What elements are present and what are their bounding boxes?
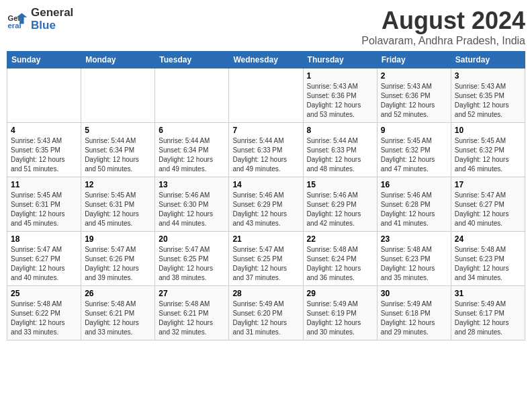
logo-blue: Blue: [31, 19, 56, 32]
day-number: 1: [307, 71, 373, 81]
header: Gen eral General Blue August 2024 Polava…: [7, 7, 525, 47]
weekday-header: Sunday: [7, 52, 81, 68]
day-info: Sunrise: 5:45 AM Sunset: 6:31 PM Dayligh…: [11, 191, 77, 228]
day-number: 7: [232, 126, 299, 135]
day-number: 21: [232, 234, 299, 244]
day-info: Sunrise: 5:49 AM Sunset: 6:19 PM Dayligh…: [307, 300, 373, 337]
calendar-cell: 31Sunrise: 5:49 AM Sunset: 6:17 PM Dayli…: [451, 286, 525, 340]
calendar-cell: 9Sunrise: 5:45 AM Sunset: 6:32 PM Daylig…: [377, 123, 451, 177]
day-number: 17: [455, 180, 521, 189]
page-subtitle: Polavaram, Andhra Pradesh, India: [361, 35, 525, 47]
calendar-cell: 27Sunrise: 5:48 AM Sunset: 6:21 PM Dayli…: [155, 286, 229, 340]
day-info: Sunrise: 5:47 AM Sunset: 6:27 PM Dayligh…: [11, 245, 77, 283]
calendar-cell: 3Sunrise: 5:43 AM Sunset: 6:35 PM Daylig…: [451, 68, 525, 123]
day-info: Sunrise: 5:44 AM Sunset: 6:34 PM Dayligh…: [159, 136, 225, 174]
calendar-cell: 12Sunrise: 5:45 AM Sunset: 6:31 PM Dayli…: [81, 177, 155, 232]
calendar-cell: 17Sunrise: 5:47 AM Sunset: 6:27 PM Dayli…: [451, 177, 525, 232]
day-number: 30: [381, 289, 447, 298]
day-info: Sunrise: 5:47 AM Sunset: 6:25 PM Dayligh…: [232, 245, 299, 283]
day-number: 13: [159, 180, 225, 189]
svg-text:eral: eral: [8, 21, 21, 29]
day-info: Sunrise: 5:46 AM Sunset: 6:28 PM Dayligh…: [381, 191, 447, 228]
calendar-cell: 30Sunrise: 5:49 AM Sunset: 6:18 PM Dayli…: [377, 286, 451, 340]
day-number: 24: [455, 234, 521, 244]
day-number: 28: [232, 289, 299, 298]
calendar-cell: 26Sunrise: 5:48 AM Sunset: 6:21 PM Dayli…: [81, 286, 155, 340]
day-info: Sunrise: 5:45 AM Sunset: 6:32 PM Dayligh…: [381, 136, 447, 174]
calendar-header: SundayMondayTuesdayWednesdayThursdayFrid…: [7, 52, 525, 68]
day-number: 25: [11, 289, 77, 298]
calendar-cell: [229, 68, 303, 123]
calendar-cell: 14Sunrise: 5:46 AM Sunset: 6:29 PM Dayli…: [229, 177, 303, 232]
day-number: 10: [455, 126, 521, 135]
weekday-header: Saturday: [451, 52, 525, 68]
day-number: 5: [85, 126, 151, 135]
day-number: 31: [455, 289, 521, 298]
day-info: Sunrise: 5:45 AM Sunset: 6:31 PM Dayligh…: [85, 191, 151, 228]
calendar-cell: 18Sunrise: 5:47 AM Sunset: 6:27 PM Dayli…: [7, 232, 81, 286]
calendar-cell: 22Sunrise: 5:48 AM Sunset: 6:24 PM Dayli…: [303, 232, 377, 286]
day-number: 12: [85, 180, 151, 189]
day-info: Sunrise: 5:49 AM Sunset: 6:18 PM Dayligh…: [381, 300, 447, 337]
calendar-cell: 8Sunrise: 5:44 AM Sunset: 6:33 PM Daylig…: [303, 123, 377, 177]
calendar-cell: 21Sunrise: 5:47 AM Sunset: 6:25 PM Dayli…: [229, 232, 303, 286]
calendar-cell: 7Sunrise: 5:44 AM Sunset: 6:33 PM Daylig…: [229, 123, 303, 177]
calendar-cell: 6Sunrise: 5:44 AM Sunset: 6:34 PM Daylig…: [155, 123, 229, 177]
day-number: 20: [159, 234, 225, 244]
day-info: Sunrise: 5:44 AM Sunset: 6:33 PM Dayligh…: [307, 136, 373, 174]
day-info: Sunrise: 5:47 AM Sunset: 6:27 PM Dayligh…: [455, 191, 521, 228]
day-number: 4: [11, 126, 77, 135]
calendar-cell: 29Sunrise: 5:49 AM Sunset: 6:19 PM Dayli…: [303, 286, 377, 340]
day-number: 15: [307, 180, 373, 189]
day-info: Sunrise: 5:46 AM Sunset: 6:29 PM Dayligh…: [232, 191, 299, 228]
day-info: Sunrise: 5:47 AM Sunset: 6:26 PM Dayligh…: [85, 245, 151, 283]
logo: Gen eral General Blue: [7, 7, 73, 32]
weekday-header: Tuesday: [155, 52, 229, 68]
weekday-header: Monday: [81, 52, 155, 68]
page-title: August 2024: [361, 7, 525, 35]
calendar-week-row: 25Sunrise: 5:48 AM Sunset: 6:22 PM Dayli…: [7, 286, 525, 340]
day-info: Sunrise: 5:44 AM Sunset: 6:34 PM Dayligh…: [85, 136, 151, 174]
calendar-cell: [155, 68, 229, 123]
day-number: 8: [307, 126, 373, 135]
calendar-cell: 10Sunrise: 5:45 AM Sunset: 6:32 PM Dayli…: [451, 123, 525, 177]
day-number: 23: [381, 234, 447, 244]
day-info: Sunrise: 5:48 AM Sunset: 6:23 PM Dayligh…: [455, 245, 521, 283]
day-info: Sunrise: 5:48 AM Sunset: 6:22 PM Dayligh…: [11, 300, 77, 337]
logo-icon: Gen eral: [7, 9, 28, 30]
day-info: Sunrise: 5:48 AM Sunset: 6:21 PM Dayligh…: [85, 300, 151, 337]
weekday-header-row: SundayMondayTuesdayWednesdayThursdayFrid…: [7, 52, 525, 68]
calendar: SundayMondayTuesdayWednesdayThursdayFrid…: [7, 51, 525, 340]
calendar-cell: 20Sunrise: 5:47 AM Sunset: 6:25 PM Dayli…: [155, 232, 229, 286]
day-info: Sunrise: 5:48 AM Sunset: 6:24 PM Dayligh…: [307, 245, 373, 283]
calendar-cell: 19Sunrise: 5:47 AM Sunset: 6:26 PM Dayli…: [81, 232, 155, 286]
day-number: 6: [159, 126, 225, 135]
calendar-week-row: 11Sunrise: 5:45 AM Sunset: 6:31 PM Dayli…: [7, 177, 525, 232]
day-number: 19: [85, 234, 151, 244]
day-number: 18: [11, 234, 77, 244]
logo-general: General: [31, 6, 73, 19]
calendar-cell: 5Sunrise: 5:44 AM Sunset: 6:34 PM Daylig…: [81, 123, 155, 177]
day-info: Sunrise: 5:43 AM Sunset: 6:36 PM Dayligh…: [307, 82, 373, 120]
day-number: 11: [11, 180, 77, 189]
calendar-cell: 2Sunrise: 5:43 AM Sunset: 6:36 PM Daylig…: [377, 68, 451, 123]
calendar-cell: 15Sunrise: 5:46 AM Sunset: 6:29 PM Dayli…: [303, 177, 377, 232]
calendar-week-row: 4Sunrise: 5:43 AM Sunset: 6:35 PM Daylig…: [7, 123, 525, 177]
day-number: 27: [159, 289, 225, 298]
day-info: Sunrise: 5:46 AM Sunset: 6:29 PM Dayligh…: [307, 191, 373, 228]
day-info: Sunrise: 5:48 AM Sunset: 6:23 PM Dayligh…: [381, 245, 447, 283]
day-number: 16: [381, 180, 447, 189]
day-number: 2: [381, 71, 447, 81]
calendar-cell: 28Sunrise: 5:49 AM Sunset: 6:20 PM Dayli…: [229, 286, 303, 340]
calendar-week-row: 18Sunrise: 5:47 AM Sunset: 6:27 PM Dayli…: [7, 232, 525, 286]
calendar-cell: [81, 68, 155, 123]
calendar-body: 1Sunrise: 5:43 AM Sunset: 6:36 PM Daylig…: [7, 68, 525, 340]
day-info: Sunrise: 5:43 AM Sunset: 6:35 PM Dayligh…: [455, 82, 521, 120]
calendar-cell: 11Sunrise: 5:45 AM Sunset: 6:31 PM Dayli…: [7, 177, 81, 232]
calendar-cell: 13Sunrise: 5:46 AM Sunset: 6:30 PM Dayli…: [155, 177, 229, 232]
weekday-header: Wednesday: [229, 52, 303, 68]
day-info: Sunrise: 5:48 AM Sunset: 6:21 PM Dayligh…: [159, 300, 225, 337]
calendar-cell: 1Sunrise: 5:43 AM Sunset: 6:36 PM Daylig…: [303, 68, 377, 123]
title-area: August 2024 Polavaram, Andhra Pradesh, I…: [361, 7, 525, 47]
day-number: 14: [232, 180, 299, 189]
